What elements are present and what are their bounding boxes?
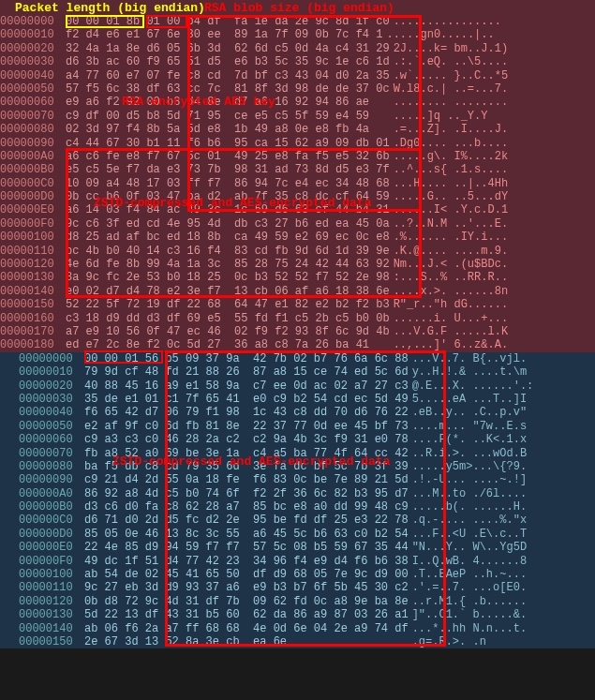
hex-row: 000001303a 9c fc 2e 53 b0 18 25 0c b3 52… xyxy=(0,271,595,284)
hex-bytes: 86 92 a8 4d c5 b0 74 6f f2 2f 36 6c 82 b… xyxy=(84,487,409,500)
hex-bytes: 49 dc 1f 51 d4 77 42 23 34 96 f4 e9 d4 f… xyxy=(84,555,409,568)
hex-row: 0000008002 3d 97 f4 8b 5a 5d e8 1b 49 a8… xyxy=(0,123,595,136)
offset: 00000110 xyxy=(19,581,84,594)
hex-bytes: a4 77 60 e7 07 fe c8 cd 7d bf c3 43 04 d… xyxy=(66,69,390,82)
hex-bytes: e0 02 d7 d4 78 e2 3e f7 13 cb 06 af a6 1… xyxy=(66,285,390,298)
offset: 000000E0 xyxy=(19,541,84,554)
ascii: .....gn0.....|.. xyxy=(382,28,494,41)
hex-bytes: ba f5 db c8 cd 79 35 6d 3e fa dc bf 5c 7… xyxy=(84,460,409,473)
offset: 000000C0 xyxy=(0,177,66,190)
offset: 00000010 xyxy=(19,365,84,379)
hex-row: 00000100ab 54 de 02 45 41 65 50 df d9 68… xyxy=(19,568,595,581)
hex-row: 0000003035 de e1 01 c1 7f 65 41 e0 c9 b2… xyxy=(19,393,595,406)
ascii: .%...... .IY.i... xyxy=(390,231,508,244)
hex-bytes: e5 c5 5e f7 da e3 73 7b 98 31 ad 73 8d d… xyxy=(66,163,390,176)
hex-bytes: c4 44 67 30 b1 11 f6 b6 95 ca 15 62 a9 0… xyxy=(66,137,390,150)
offset: 00000020 xyxy=(19,380,84,393)
ascii: Nm...J.< .(u$BDc. xyxy=(390,258,508,271)
offset: 000000F0 xyxy=(0,217,66,231)
ascii: .!.-U... ....~.!] xyxy=(409,473,527,486)
ascii: .w`..... }..C..*5 xyxy=(390,69,508,82)
hex-bytes: 10 09 a4 48 17 03 ff f7 86 94 7c e4 ec 3… xyxy=(66,177,390,190)
ascii: ..r.M1.{ .b...... xyxy=(409,595,527,608)
ascii: .eB..y.. .C..p.v" xyxy=(409,406,527,419)
hex-row: 000000C010 09 a4 48 17 03 ff f7 86 94 7c… xyxy=(0,177,595,190)
hex-row: 0000015052 22 5f 72 19 df 22 68 64 47 e1… xyxy=(0,298,595,311)
hex-row: 0000000000 00 01 56 b5 09 37 9a 42 7b 02… xyxy=(19,352,595,365)
offset: 00000100 xyxy=(0,231,66,244)
ascii: "N...Y.. W\..Yg5D xyxy=(409,541,527,554)
hex-row: 000000A086 92 a8 4d c5 b0 74 6f f2 2f 36… xyxy=(19,487,595,500)
hex-bytes: 3a 9c fc 2e 53 b0 18 25 0c b3 52 52 f7 5… xyxy=(66,271,390,284)
hex-row: 00000070c9 df 00 d5 b8 5d 71 95 ce e5 c5… xyxy=(0,110,595,123)
hex-bytes: d8 25 ad af bc ed 18 8b ca 49 59 e2 69 e… xyxy=(66,231,390,244)
ascii: .....b(. ......H. xyxy=(409,500,527,514)
ascii: .T..EAeP ..h.~... xyxy=(409,568,527,581)
hex-bytes: 32 4a 1a 8e d6 05 6b 3d 62 6d c5 0d 4a c… xyxy=(66,42,390,55)
hex-row: 00000170a7 e9 10 56 0f 47 ec 46 02 f9 f2… xyxy=(0,325,595,338)
hex-row: 000000F049 dc 1f 51 d4 77 42 23 34 96 f4… xyxy=(19,555,595,568)
hex-row: 0000002032 4a 1a 8e d6 05 6b 3d 62 6d c5… xyxy=(0,42,595,55)
ascii: .....y5m>...\{?9. xyxy=(409,460,527,473)
ascii: .q.-.... ....%."x xyxy=(409,514,527,527)
hexdump-section-2: 0000000000 00 01 56 b5 09 37 9a 42 7b 02… xyxy=(0,352,595,649)
offset: 00000120 xyxy=(19,595,84,608)
hex-row: 00000070fb a8 52 a0 69 be 3e 1a c4 a5 ba… xyxy=(19,447,595,460)
offset: 00000040 xyxy=(0,69,66,82)
hex-row: 000001200b d8 72 9c 4d 31 df 7b 09 62 fd… xyxy=(19,595,595,608)
ascii: .....G.. ..5...dY xyxy=(390,190,508,203)
ascii: ......I< .Y.c.D.1 xyxy=(390,203,508,216)
offset: 00000050 xyxy=(19,420,84,433)
hex-row: 00000080ba f5 db c8 cd 79 35 6d 3e fa dc… xyxy=(19,460,595,473)
offset: 00000110 xyxy=(0,245,66,258)
offset: 000000E0 xyxy=(0,203,66,216)
offset: 00000030 xyxy=(19,393,84,406)
hex-row: 00000140e0 02 d7 d4 78 e2 3e f7 13 cb 06… xyxy=(0,285,595,298)
hex-bytes: 2e 67 3d 13 52 8a 3e cb ea 6e xyxy=(84,635,409,648)
hex-row: 0000002040 88 45 16 a9 e1 58 9a c7 ee 0d… xyxy=(19,380,595,393)
hex-row: 000000D085 05 0e 46 13 8c 3c 55 a6 45 5c… xyxy=(19,528,595,541)
ascii: ....F(*. ..K<.1.x xyxy=(409,433,527,446)
offset: 00000000 xyxy=(0,15,66,28)
hex-bytes: d3 c6 d0 fa c8 62 28 a7 85 bc e8 a0 dd 9… xyxy=(84,500,409,514)
hex-bytes: 40 88 45 16 a9 e1 58 9a c7 ee 0d ac 02 a… xyxy=(84,380,409,393)
offset: 00000090 xyxy=(19,473,84,486)
offset: 00000070 xyxy=(19,447,84,460)
hex-row: 000000D00b cc b6 0f 03 47 ba d2 ab 7f 35… xyxy=(0,190,595,203)
offset: 000000C0 xyxy=(19,514,84,527)
offset: 00000010 xyxy=(0,28,66,41)
hex-bytes: d6 71 d0 2d d5 fc d2 2e 95 be fd df 25 e… xyxy=(84,514,409,527)
ascii: .Dg0.... ...b.... xyxy=(390,137,508,150)
ascii: ]"..C1.` b.....&. xyxy=(409,608,527,621)
ascii: .....]q .._Y.Y xyxy=(390,110,488,123)
ascii: 5.....eA ...T..]I xyxy=(409,393,527,406)
offset: 00000020 xyxy=(0,42,66,55)
hex-bytes: bc 4b b0 40 14 c3 16 f4 83 cd fb 9d 6d 1… xyxy=(66,245,390,258)
hex-bytes: f2 d4 e6 e1 67 6e 30 ee 89 1a 7f 09 0b 7… xyxy=(66,28,382,41)
hex-bytes: a6 c6 fe e8 f7 67 5c 01 49 25 e8 fa f5 e… xyxy=(66,150,390,163)
ascii: ..^...s{ .1.s.... xyxy=(390,163,508,176)
hex-bytes: 9c 27 eb 3d d9 93 37 a6 e9 b3 b7 6f 5b 4… xyxy=(84,581,409,594)
offset: 000000D0 xyxy=(0,190,66,203)
offset: 000000F0 xyxy=(19,555,84,568)
ascii: .K.@.... ....m.9. xyxy=(390,245,508,258)
offset: 00000080 xyxy=(19,460,84,473)
hex-row: 00000090c4 44 67 30 b1 11 f6 b6 95 ca 15… xyxy=(0,137,595,150)
offset: 00000060 xyxy=(19,433,84,446)
offset: 000000A0 xyxy=(0,150,66,163)
ascii: @.E...X. ......'.: xyxy=(409,380,534,393)
hex-row: 000001109c 27 eb 3d d9 93 37 a6 e9 b3 b7… xyxy=(19,581,595,594)
ascii: ........ ........ xyxy=(390,96,508,109)
ascii: ......i. U...+... xyxy=(390,312,508,325)
hex-bytes: 9c c6 3f ed cd 4e 95 4d db c3 27 b6 ed e… xyxy=(66,217,390,231)
hex-row: 00000030d6 3b ac 60 f9 65 51 d5 e6 b3 5c… xyxy=(0,55,595,68)
ascii: 2J....k= bm..J.1) xyxy=(390,42,508,55)
hex-row: 00000160c3 18 d9 dd d3 df 69 e5 55 fd f1… xyxy=(0,312,595,325)
hex-row: 000000B0d3 c6 d0 fa c8 62 28 a7 85 bc e8… xyxy=(19,500,595,514)
offset: 00000180 xyxy=(0,338,66,351)
ascii: ...V..7. B{..vjl. xyxy=(409,352,527,365)
hex-bytes: 57 f5 6c 38 df 63 cc 7c 81 8f 3d 98 de d… xyxy=(66,82,390,96)
hex-row: 00000040f6 65 42 d7 06 79 f1 98 1c 43 c8… xyxy=(19,406,595,419)
hex-bytes: d6 3b ac 60 f9 65 51 d5 e6 b3 5c 35 9c 1… xyxy=(66,55,390,68)
hex-row: 00000010f2 d4 e6 e1 67 6e 30 ee 89 1a 7f… xyxy=(0,28,595,41)
